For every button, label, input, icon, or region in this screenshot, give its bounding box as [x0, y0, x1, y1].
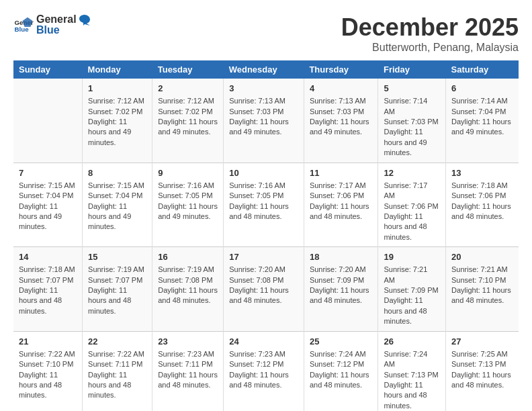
day-cell: 11Sunrise: 7:17 AMSunset: 7:06 PMDayligh…	[304, 163, 378, 247]
header: General Blue General Blue December 2025 …	[13, 13, 519, 54]
header-cell-monday: Monday	[83, 60, 152, 79]
calendar-table: SundayMondayTuesdayWednesdayThursdayFrid…	[13, 60, 519, 411]
day-number: 19	[384, 251, 440, 263]
day-cell: 9Sunrise: 7:16 AMSunset: 7:05 PMDaylight…	[152, 163, 224, 247]
day-number: 7	[19, 167, 77, 179]
day-info-line: Sunset: 7:04 PM	[88, 191, 146, 201]
day-info-line: Sunset: 7:04 PM	[451, 107, 513, 117]
day-info-line: Daylight: 11 hours and 48 minutes.	[384, 295, 440, 326]
day-info-line: Sunrise: 7:21 AM	[451, 265, 513, 275]
day-info-line: Daylight: 11 hours and 48 minutes.	[88, 370, 146, 401]
day-cell: 10Sunrise: 7:16 AMSunset: 7:05 PMDayligh…	[224, 163, 304, 247]
day-number: 9	[158, 167, 218, 179]
day-info-line: Daylight: 11 hours and 48 minutes.	[19, 370, 77, 401]
day-info-line: Sunset: 7:05 PM	[229, 191, 298, 201]
day-number: 11	[310, 167, 373, 179]
day-cell: 13Sunrise: 7:18 AMSunset: 7:06 PMDayligh…	[446, 163, 519, 247]
day-info-line: Sunset: 7:03 PM	[384, 117, 440, 127]
day-info-line: Sunrise: 7:14 AM	[384, 96, 440, 117]
day-info-line: Sunset: 7:08 PM	[229, 275, 298, 285]
day-info-line: Sunset: 7:07 PM	[88, 275, 146, 285]
header-cell-tuesday: Tuesday	[152, 60, 224, 79]
day-info-line: Sunset: 7:06 PM	[451, 191, 513, 201]
day-info-line: Daylight: 11 hours and 49 minutes.	[384, 127, 440, 158]
day-number: 20	[451, 251, 513, 263]
day-info-line: Sunset: 7:10 PM	[451, 275, 513, 285]
logo-general-text: General	[36, 13, 77, 25]
day-info-line: Daylight: 11 hours and 48 minutes.	[384, 380, 440, 411]
calendar-body: 1Sunrise: 7:12 AMSunset: 7:02 PMDaylight…	[13, 79, 519, 411]
day-info-line: Sunrise: 7:15 AM	[19, 181, 77, 191]
day-cell: 6Sunrise: 7:14 AMSunset: 7:04 PMDaylight…	[446, 79, 519, 163]
day-info-line: Daylight: 11 hours and 49 minutes.	[310, 117, 373, 138]
day-info-line: Daylight: 11 hours and 48 minutes.	[158, 285, 218, 306]
day-info-line: Sunset: 7:06 PM	[310, 191, 373, 201]
day-cell: 18Sunrise: 7:20 AMSunset: 7:09 PMDayligh…	[304, 247, 378, 332]
day-number: 24	[229, 336, 298, 348]
day-number: 14	[19, 251, 77, 263]
day-cell: 15Sunrise: 7:19 AMSunset: 7:07 PMDayligh…	[83, 247, 152, 332]
day-number: 2	[158, 83, 218, 95]
day-info-line: Sunset: 7:11 PM	[158, 359, 218, 369]
day-info-line: Daylight: 11 hours and 48 minutes.	[19, 285, 77, 316]
day-info-line: Sunrise: 7:24 AM	[384, 349, 440, 370]
day-cell: 20Sunrise: 7:21 AMSunset: 7:10 PMDayligh…	[446, 247, 519, 332]
day-info-line: Sunrise: 7:22 AM	[19, 349, 77, 359]
header-cell-friday: Friday	[378, 60, 446, 79]
day-number: 6	[451, 83, 513, 95]
logo-bird-icon	[78, 13, 91, 27]
header-cell-saturday: Saturday	[446, 60, 519, 79]
day-info-line: Sunset: 7:10 PM	[19, 359, 77, 369]
day-info-line: Daylight: 11 hours and 48 minutes.	[310, 201, 373, 222]
day-info-line: Sunrise: 7:16 AM	[158, 181, 218, 191]
day-info-line: Daylight: 11 hours and 49 minutes.	[88, 117, 146, 148]
day-number: 18	[310, 251, 373, 263]
day-info-line: Daylight: 11 hours and 48 minutes.	[310, 370, 373, 391]
day-info-line: Daylight: 11 hours and 49 minutes.	[229, 117, 298, 138]
day-cell: 16Sunrise: 7:19 AMSunset: 7:08 PMDayligh…	[152, 247, 224, 332]
day-info-line: Sunset: 7:12 PM	[310, 359, 373, 369]
day-cell: 24Sunrise: 7:23 AMSunset: 7:12 PMDayligh…	[224, 331, 304, 411]
title-section: December 2025 Butterworth, Penang, Malay…	[341, 13, 519, 54]
day-info-line: Sunset: 7:05 PM	[158, 191, 218, 201]
day-info-line: Sunrise: 7:19 AM	[158, 265, 218, 275]
day-info-line: Sunset: 7:11 PM	[88, 359, 146, 369]
day-number: 5	[384, 83, 440, 95]
day-info-line: Sunrise: 7:14 AM	[451, 96, 513, 106]
day-info-line: Daylight: 11 hours and 48 minutes.	[158, 370, 218, 391]
logo: General Blue General Blue	[13, 13, 91, 36]
day-number: 26	[384, 336, 440, 348]
week-row-2: 7Sunrise: 7:15 AMSunset: 7:04 PMDaylight…	[13, 163, 519, 247]
day-info-line: Daylight: 11 hours and 49 minutes.	[158, 117, 218, 138]
day-info-line: Sunrise: 7:13 AM	[310, 96, 373, 106]
day-info-line: Sunset: 7:13 PM	[451, 359, 513, 369]
day-cell: 27Sunrise: 7:25 AMSunset: 7:13 PMDayligh…	[446, 331, 519, 411]
day-info-line: Sunrise: 7:15 AM	[88, 181, 146, 191]
day-info-line: Sunrise: 7:23 AM	[158, 349, 218, 359]
day-number: 13	[451, 167, 513, 179]
day-info-line: Sunset: 7:02 PM	[158, 107, 218, 117]
day-number: 16	[158, 251, 218, 263]
day-cell: 4Sunrise: 7:13 AMSunset: 7:03 PMDaylight…	[304, 79, 378, 163]
day-cell: 25Sunrise: 7:24 AMSunset: 7:12 PMDayligh…	[304, 331, 378, 411]
day-info-line: Sunset: 7:02 PM	[88, 107, 146, 117]
day-number: 8	[88, 167, 146, 179]
day-cell	[13, 79, 83, 163]
day-info-line: Sunrise: 7:25 AM	[451, 349, 513, 359]
day-info-line: Sunset: 7:03 PM	[310, 107, 373, 117]
header-cell-wednesday: Wednesday	[224, 60, 304, 79]
day-info-line: Sunset: 7:09 PM	[384, 285, 440, 295]
day-info-line: Daylight: 11 hours and 48 minutes.	[451, 201, 513, 222]
header-cell-thursday: Thursday	[304, 60, 378, 79]
day-cell: 19Sunrise: 7:21 AMSunset: 7:09 PMDayligh…	[378, 247, 446, 332]
day-info-line: Daylight: 11 hours and 48 minutes.	[451, 370, 513, 391]
day-number: 10	[229, 167, 298, 179]
day-info-line: Sunrise: 7:17 AM	[310, 181, 373, 191]
day-info-line: Daylight: 11 hours and 49 minutes.	[451, 117, 513, 138]
day-cell: 2Sunrise: 7:12 AMSunset: 7:02 PMDaylight…	[152, 79, 224, 163]
header-cell-sunday: Sunday	[13, 60, 83, 79]
day-number: 21	[19, 336, 77, 348]
day-cell: 14Sunrise: 7:18 AMSunset: 7:07 PMDayligh…	[13, 247, 83, 332]
day-cell: 23Sunrise: 7:23 AMSunset: 7:11 PMDayligh…	[152, 331, 224, 411]
day-info-line: Sunrise: 7:13 AM	[229, 96, 298, 106]
